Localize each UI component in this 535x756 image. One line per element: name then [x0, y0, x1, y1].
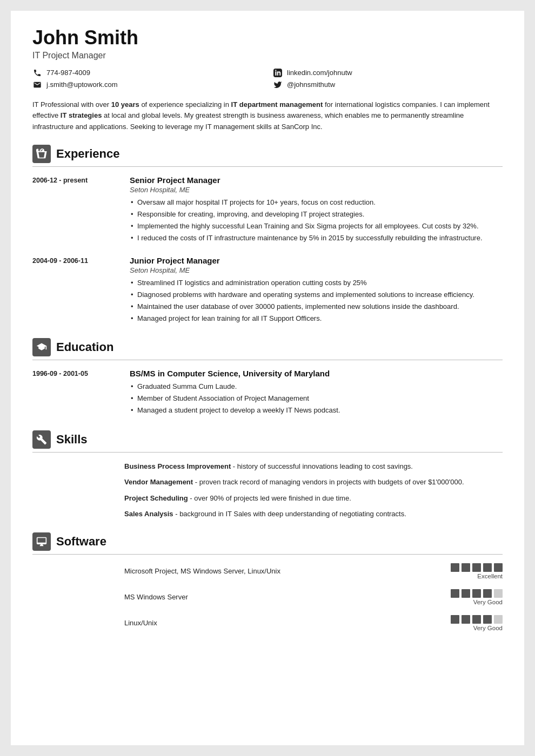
- exp2-bullet-4: Managed project for lean training for al…: [130, 313, 503, 324]
- email-value: j.smith@uptowork.com: [46, 80, 118, 89]
- exp2-org: Seton Hospital, ME: [130, 266, 503, 274]
- dot-2-2: [462, 589, 470, 598]
- exp2-bullets: Streamlined IT logistics and administrat…: [130, 278, 503, 325]
- twitter-value: @johnsmithutw: [287, 80, 335, 89]
- phone-contact: 774-987-4009: [32, 68, 262, 78]
- exp1-bullet-4: I reduced the costs of IT infrastructure…: [130, 233, 503, 244]
- rating-dots-1: [451, 563, 503, 572]
- dot-3-1: [451, 615, 459, 624]
- edu1-bullets: Graduated Summa Cum Laude. Member of Stu…: [130, 381, 503, 416]
- edu1-content: BS/MS in Computer Science, University of…: [130, 369, 503, 417]
- exp2-bullet-2: Diagnosed problems with hardware and ope…: [130, 289, 503, 300]
- edu1-bullet-2: Member of Student Association of Project…: [130, 393, 503, 404]
- skills-list: Business Process Improvement - history o…: [32, 461, 503, 519]
- skill-4: Sales Analysis - background in IT Sales …: [124, 509, 503, 519]
- exp2-bullet-1: Streamlined IT logistics and administrat…: [130, 278, 503, 288]
- software-row-2: MS Windows Server Very Good: [32, 589, 503, 605]
- skills-section: Skills Business Process Improvement - hi…: [32, 430, 503, 519]
- dot-2-5: [494, 589, 503, 598]
- edu1-date: 1996-09 - 2001-05: [32, 369, 124, 417]
- skills-icon: [32, 430, 51, 449]
- software-rating-1: Excellent: [451, 563, 503, 579]
- dot-1-2: [462, 563, 470, 572]
- rating-label-3: Very Good: [473, 625, 503, 631]
- exp1-content: Senior Project Manager Seton Hospital, M…: [130, 176, 503, 245]
- experience-title: Experience: [56, 147, 119, 161]
- exp1-date: 2006-12 - present: [32, 176, 124, 245]
- exp1-org: Seton Hospital, ME: [130, 186, 503, 194]
- education-icon: [32, 338, 51, 356]
- experience-entry-2: 2004-09 - 2006-11 Junior Project Manager…: [32, 256, 503, 326]
- edu1-bullet-3: Managed a student project to develop a w…: [130, 405, 503, 416]
- experience-section: Experience 2006-12 - present Senior Proj…: [32, 145, 503, 325]
- dot-2-1: [451, 589, 459, 598]
- software-name-3: Linux/Unix: [124, 619, 157, 627]
- skill-1: Business Process Improvement - history o…: [124, 461, 503, 472]
- dot-2-4: [483, 589, 492, 598]
- dot-1-3: [472, 563, 481, 572]
- linkedin-contact: linkedin.com/johnutw: [273, 68, 503, 78]
- exp1-role: Senior Project Manager: [130, 176, 503, 185]
- education-entry-1: 1996-09 - 2001-05 BS/MS in Computer Scie…: [32, 369, 503, 417]
- phone-icon: [32, 68, 42, 78]
- exp2-role: Junior Project Manager: [130, 256, 503, 265]
- skill-3: Project Scheduling - over 90% of project…: [124, 493, 503, 504]
- exp2-bullet-3: Maintained the user database of over 300…: [130, 301, 503, 312]
- software-section: Software Microsoft Project, MS Windows S…: [32, 532, 503, 631]
- summary-section: IT Professional with over 10 years of ex…: [32, 99, 503, 133]
- resume-document: John Smith IT Project Manager 774-987-40…: [11, 11, 524, 745]
- edu1-degree: BS/MS in Computer Science, University of…: [130, 369, 503, 378]
- software-rating-3: Very Good: [451, 615, 503, 631]
- dot-3-2: [462, 615, 470, 624]
- dot-3-5: [494, 615, 503, 624]
- linkedin-icon: [273, 68, 283, 78]
- experience-header: Experience: [32, 145, 503, 167]
- software-row-1: Microsoft Project, MS Windows Server, Li…: [32, 563, 503, 579]
- exp2-content: Junior Project Manager Seton Hospital, M…: [130, 256, 503, 326]
- software-name-1: Microsoft Project, MS Windows Server, Li…: [124, 567, 280, 575]
- software-header: Software: [32, 532, 503, 555]
- candidate-name: John Smith: [32, 27, 503, 49]
- software-title: Software: [56, 535, 106, 549]
- twitter-icon: [273, 80, 283, 90]
- rating-dots-3: [451, 615, 503, 624]
- exp1-bullets: Oversaw all major hospital IT projects f…: [130, 197, 503, 244]
- email-icon: [32, 80, 42, 90]
- email-contact: j.smith@uptowork.com: [32, 80, 262, 90]
- candidate-title: IT Project Manager: [32, 51, 503, 60]
- skills-header: Skills: [32, 430, 503, 453]
- software-row-3: Linux/Unix Very Good: [32, 615, 503, 631]
- software-rating-2: Very Good: [451, 589, 503, 605]
- dot-2-3: [472, 589, 481, 598]
- exp2-date: 2004-09 - 2006-11: [32, 256, 124, 326]
- skills-title: Skills: [56, 433, 87, 447]
- exp1-bullet-1: Oversaw all major hospital IT projects f…: [130, 197, 503, 208]
- software-icon: [32, 532, 51, 551]
- dot-1-5: [494, 563, 503, 572]
- twitter-contact: @johnsmithutw: [273, 80, 503, 90]
- exp1-bullet-3: Implemented the highly successful Lean T…: [130, 221, 503, 232]
- experience-icon: [32, 145, 51, 163]
- education-header: Education: [32, 338, 503, 360]
- edu1-bullet-1: Graduated Summa Cum Laude.: [130, 381, 503, 392]
- education-section: Education 1996-09 - 2001-05 BS/MS in Com…: [32, 338, 503, 417]
- exp1-bullet-2: Responsible for creating, improving, and…: [130, 209, 503, 220]
- dot-1-4: [483, 563, 492, 572]
- experience-entry-1: 2006-12 - present Senior Project Manager…: [32, 176, 503, 245]
- rating-dots-2: [451, 589, 503, 598]
- linkedin-value: linkedin.com/johnutw: [287, 69, 352, 77]
- dot-3-4: [483, 615, 492, 624]
- header-section: John Smith IT Project Manager 774-987-40…: [32, 27, 503, 90]
- rating-label-2: Very Good: [473, 599, 503, 605]
- skill-2: Vendor Management - proven track record …: [124, 477, 503, 488]
- education-title: Education: [56, 340, 113, 354]
- software-name-2: MS Windows Server: [124, 593, 188, 601]
- phone-value: 774-987-4009: [46, 69, 90, 77]
- dot-1-1: [451, 563, 459, 572]
- dot-3-3: [472, 615, 481, 624]
- rating-label-1: Excellent: [477, 573, 503, 579]
- contact-grid: 774-987-4009 linkedin.com/johnutw j.smit…: [32, 68, 503, 90]
